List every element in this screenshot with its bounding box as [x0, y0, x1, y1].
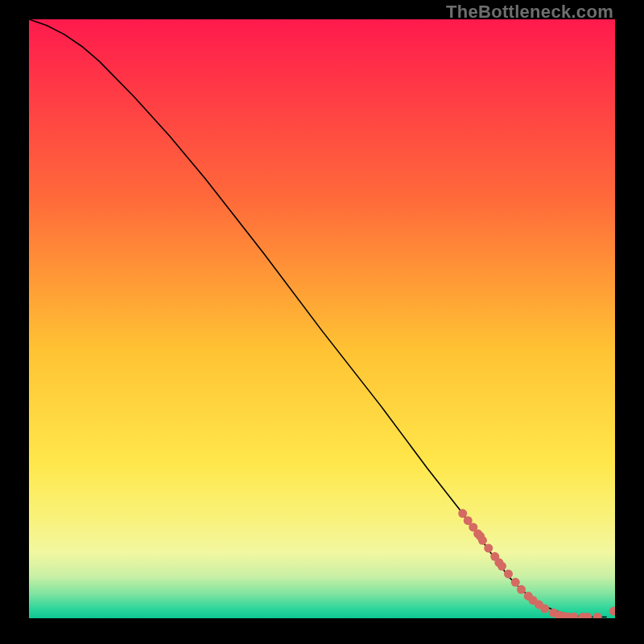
- chart-plot-area: [29, 19, 615, 618]
- data-point: [484, 543, 493, 552]
- chart-stage: TheBottleneck.com: [0, 0, 644, 644]
- gradient-background: [29, 19, 615, 618]
- data-point: [504, 569, 513, 578]
- data-point: [458, 509, 467, 518]
- data-point: [517, 585, 526, 594]
- data-point: [540, 605, 549, 613]
- data-point: [511, 578, 520, 587]
- chart-svg: [29, 19, 615, 618]
- data-point: [478, 536, 487, 545]
- data-point: [497, 562, 506, 571]
